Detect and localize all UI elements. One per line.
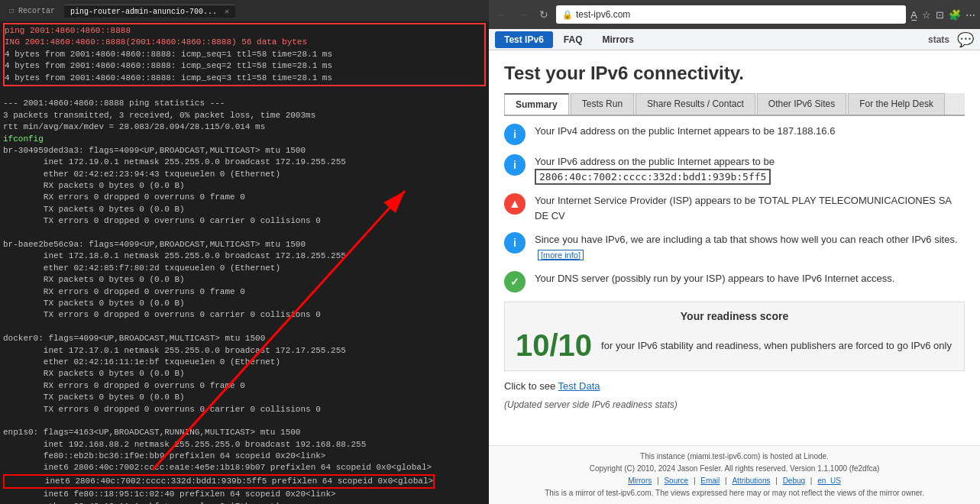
info-row-ipv6: i Your IPv6 address on the public Intern… [504, 154, 965, 184]
terminal-line: br-304959ded3a3: flags=4099<UP,BROADCAST… [3, 146, 432, 473]
info-row-ipv4: i Your IPv4 address on the public Intern… [504, 124, 965, 145]
favorites-icon[interactable]: ☆ [922, 9, 931, 21]
terminal-line: --- 2001:4860:4860::8888 ping statistics… [3, 99, 315, 131]
info-icon-dns: ✓ [504, 271, 526, 292]
terminal-panel: ☐ Recortar ping-router-admin-anuncio-700… [0, 0, 489, 504]
ipv6-address-highlight: 2806:40c:7002:cccc:332d:bdd1:939b:5ff5 [535, 169, 771, 185]
tab-other-ipv6[interactable]: Other IPv6 Sites [757, 93, 846, 115]
readiness-score-row: 10/10 for your IPv6 stability and readin… [516, 328, 953, 363]
tab-test-ipv6[interactable]: Test IPv6 [495, 31, 553, 48]
translate-icon[interactable]: A̲ [910, 9, 917, 21]
inet6-highlight-line: inet6 2806:40c:7002:cccc:332d:bdd1:939b:… [3, 474, 435, 489]
readiness-title: Your readiness score [516, 310, 953, 322]
footer-link-mirrors[interactable]: Mirrors [628, 477, 652, 485]
test-data-link[interactable]: Test Data [558, 380, 600, 392]
content-tabs: Summary Tests Run Share Results / Contac… [504, 93, 965, 116]
tab-summary[interactable]: Summary [504, 93, 569, 115]
info-text-ipv6: Your IPv6 address on the public Internet… [535, 154, 775, 184]
refresh-button[interactable]: ↻ [536, 7, 551, 22]
terminal-line: 4 bytes from 2001:4860:4860::8888: icmp_… [5, 61, 332, 70]
collections-icon[interactable]: ⊡ [936, 9, 944, 21]
terminal-line: 4 bytes from 2001:4860:4860::8888: icmp_… [5, 73, 332, 82]
info-text-ipv6tab: Since you have IPv6, we are including a … [535, 232, 965, 262]
terminal-line: ING 2001:4860:4860::8888(2001:4860:4860:… [5, 37, 307, 47]
site-nav-tabs: Test IPv6 FAQ Mirrors stats 💬 [489, 29, 980, 50]
tab-share-results[interactable]: Share Results / Contact [636, 93, 755, 115]
info-row-dns: ✓ Your DNS server (possibly run by your … [504, 271, 965, 292]
browser-footer: This instance (miami.test-ipv6.com) is h… [489, 445, 980, 504]
tab-close-icon[interactable]: ✕ [225, 8, 229, 16]
info-rows-container: i Your IPv4 address on the public Intern… [504, 124, 965, 292]
terminal-line: ping 2001:4860:4860::8888 [5, 26, 131, 35]
info-row-isp: ▲ Your Internet Service Provider (ISP) a… [504, 193, 965, 223]
footer-link-source[interactable]: Source [664, 477, 688, 485]
browser-main-content: Test your IPv6 connectivity. Summary Tes… [489, 50, 980, 445]
chat-icon[interactable]: 💬 [957, 31, 974, 48]
stats-link[interactable]: stats [928, 34, 949, 45]
tab-mirrors[interactable]: Mirrors [593, 31, 642, 48]
browser-panel: ← → ↻ 🔒 test-ipv6.com A̲ ☆ ⊡ 🧩 ⋯ Test IP… [489, 0, 980, 504]
terminal-line: inet6 fe80::18:95:1c:02:40 prefixlen 64 … [3, 489, 336, 504]
test-data-row: Click to see Test Data [504, 380, 965, 392]
updated-text: (Updated server side IPv6 readiness stat… [504, 399, 965, 410]
footer-links: Mirrors | Source | Email | Attributions … [496, 475, 972, 487]
page-title: Test your IPv6 connectivity. [504, 63, 965, 84]
test-data-label: Click to see [504, 380, 555, 392]
info-icon-ipv6: i [504, 154, 526, 176]
info-icon-ipv6tab: i [504, 232, 526, 254]
browser-chrome: ← → ↻ 🔒 test-ipv6.com A̲ ☆ ⊡ 🧩 ⋯ [489, 0, 980, 29]
extensions-icon[interactable]: 🧩 [949, 9, 961, 21]
terminal-line: 4 bytes from 2001:4860:4860::8888: icmp_… [5, 50, 332, 59]
footer-link-debug[interactable]: Debug [783, 477, 805, 485]
address-text: test-ipv6.com [576, 9, 630, 20]
info-text-ipv4: Your IPv4 address on the public Internet… [535, 124, 835, 139]
footer-link-locale[interactable]: en_US [817, 477, 841, 485]
ping-highlight-block: ping 2001:4860:4860::8888 ING 2001:4860:… [3, 23, 486, 86]
tab-faq[interactable]: FAQ [555, 31, 592, 48]
readiness-description: for your IPv6 stability and readiness, w… [601, 340, 952, 351]
settings-icon[interactable]: ⋯ [965, 9, 975, 21]
footer-link-email[interactable]: Email [700, 477, 720, 485]
footer-link-attributions[interactable]: Attributions [732, 477, 770, 485]
footer-instance-text: This instance (miami.test-ipv6.com) is h… [640, 452, 829, 460]
lock-icon: 🔒 [562, 10, 573, 20]
info-text-isp: Your Internet Service Provider (ISP) app… [535, 193, 965, 223]
readiness-box: Your readiness score 10/10 for your IPv6… [504, 302, 965, 371]
info-icon-ipv4: i [504, 124, 526, 145]
back-button[interactable]: ← [493, 7, 510, 22]
terminal-output: ping 2001:4860:4860::8888 ING 2001:4860:… [0, 21, 489, 504]
terminal-tab-bar: ☐ Recortar ping-router-admin-anuncio-700… [0, 0, 489, 21]
browser-toolbar-icons: A̲ ☆ ⊡ 🧩 ⋯ [910, 9, 975, 21]
footer-instance: This instance (miami.test-ipv6.com) is h… [496, 451, 972, 463]
info-icon-isp: ▲ [504, 193, 526, 215]
tab-tests-run[interactable]: Tests Run [571, 93, 634, 115]
readiness-score: 10/10 [516, 328, 592, 363]
terminal-line: ifconfig [3, 134, 44, 144]
ipv6-label: Your IPv6 address on the public Internet… [535, 156, 775, 167]
terminal-tab-recortar[interactable]: ☐ Recortar [3, 5, 61, 17]
tab-help-desk[interactable]: For the Help Desk [848, 93, 945, 115]
footer-mirror-note: This is a mirror of test-ipv6.com. The v… [496, 487, 972, 499]
info-row-ipv6-tab: i Since you have IPv6, we are including … [504, 232, 965, 262]
terminal-tab-ping[interactable]: ping-router-admin-anuncio-700... ✕ [64, 5, 235, 18]
info-text-dns: Your DNS server (possibly run by your IS… [535, 271, 894, 286]
forward-button[interactable]: → [515, 7, 532, 22]
more-info-link[interactable]: [more info] [538, 250, 584, 260]
address-bar[interactable]: 🔒 test-ipv6.com [556, 5, 906, 24]
ipv6-tab-text: Since you have IPv6, we are including a … [535, 234, 958, 245]
footer-copyright: Copyright (C) 2010, 2024 Jason Fesler. A… [496, 463, 972, 475]
